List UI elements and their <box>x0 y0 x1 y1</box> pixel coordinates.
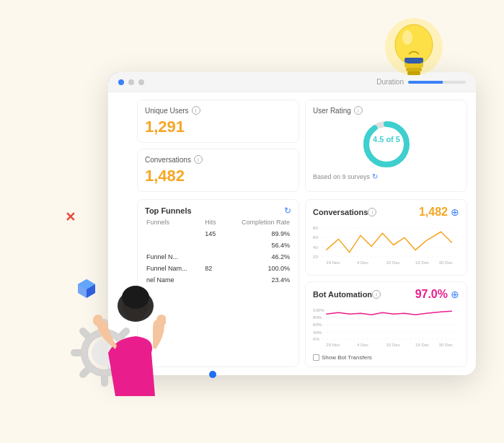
user-rating-label: User Rating <box>313 107 351 115</box>
svg-text:30 Dec: 30 Dec <box>439 260 453 265</box>
rating-refresh-icon[interactable]: ↻ <box>372 172 378 180</box>
show-transfers-checkbox[interactable] <box>313 354 319 361</box>
funnel-hits-cell <box>205 252 221 262</box>
conversations-chart-value: 1,482 <box>419 206 448 219</box>
header-dot-gray2 <box>138 79 144 85</box>
user-rating-label-row: User Rating i <box>313 106 363 115</box>
svg-point-44 <box>402 30 412 45</box>
funnel-rate-cell: 89.9% <box>222 229 290 239</box>
svg-point-53 <box>93 315 103 326</box>
funnels-refresh-icon[interactable]: ↻ <box>284 206 291 216</box>
table-row: 145 89.9% <box>146 229 290 239</box>
funnel-hits-cell <box>205 275 221 285</box>
svg-text:16 Dec: 16 Dec <box>415 342 429 347</box>
conversations-info-icon[interactable]: i <box>194 155 203 164</box>
svg-text:80: 80 <box>313 225 318 230</box>
funnel-name-cell: Funnel N... <box>146 252 203 262</box>
donut-container: 4.5 of 5 <box>313 119 459 170</box>
svg-text:16 Dec: 16 Dec <box>415 260 429 265</box>
right-charts-column: Conversations i 1,482 ⊕ 80 60 40 20 <box>305 199 467 367</box>
funnels-col-rate: Completion Rate <box>222 217 290 227</box>
table-row: nel Name 23.4% <box>146 275 290 285</box>
funnel-rate-cell: 46.2% <box>222 252 290 262</box>
unique-users-box: Unique Users i 1,291 <box>137 100 299 143</box>
svg-text:40%: 40% <box>313 330 322 335</box>
conversations-value: 1,482 <box>145 167 291 185</box>
funnel-rate-cell: 23.4% <box>222 275 290 285</box>
bot-automation-value: 97.0% <box>415 288 448 301</box>
header-dot-gray1 <box>128 79 134 85</box>
svg-text:80%: 80% <box>313 315 322 320</box>
user-rating-box: User Rating i 4.5 of 5 Based on 9 survey… <box>305 100 467 192</box>
svg-text:29 Nov: 29 Nov <box>326 342 340 347</box>
metrics-grid: Unique Users i 1,291 Conversations i 1,4… <box>128 92 476 199</box>
funnel-name-cell: Funnel Nam... <box>146 263 203 273</box>
bot-chart-info-icon[interactable]: i <box>372 290 381 299</box>
table-row: Funnel Nam... 82 100.0% <box>146 263 290 273</box>
svg-rect-48 <box>404 58 423 63</box>
bulb-decoration <box>381 14 446 94</box>
bot-automation-box: Bot Automation i 97.0% ⊕ 100% 80% 60% 40… <box>305 281 467 367</box>
funnel-hits-cell: 82 <box>205 263 221 273</box>
conv-chart-info-icon[interactable]: i <box>368 208 376 216</box>
funnels-title: Top Funnels <box>145 206 192 215</box>
funnels-col-hits: Hits <box>205 217 221 227</box>
funnels-table: Funnels Hits Completion Rate 145 89.9% 5… <box>145 216 291 286</box>
bot-chart-arrow-icon[interactable]: ⊕ <box>451 289 459 300</box>
funnels-col-funnels: Funnels <box>146 217 203 227</box>
svg-rect-46 <box>406 68 422 71</box>
person-decoration <box>87 284 166 400</box>
conversations-chart-label: Conversations <box>313 208 368 216</box>
funnels-header: Top Funnels ↻ <box>145 206 291 216</box>
bottom-panels: Top Funnels ↻ Funnels Hits Completion Ra… <box>128 199 476 374</box>
unique-users-label: Unique Users <box>145 107 189 115</box>
svg-text:0%: 0% <box>313 336 319 341</box>
svg-text:60%: 60% <box>313 322 322 327</box>
show-bot-transfers-row: Show Bot Transfers <box>313 354 459 361</box>
svg-point-1 <box>366 124 407 165</box>
svg-text:60: 60 <box>313 234 318 240</box>
unique-users-info-icon[interactable]: i <box>192 106 200 115</box>
svg-text:4.5 of 5: 4.5 of 5 <box>373 135 400 144</box>
svg-text:29 Nov: 29 Nov <box>326 260 340 265</box>
svg-text:10 Dec: 10 Dec <box>386 342 400 347</box>
unique-users-value: 1,291 <box>145 118 291 136</box>
show-transfers-label: Show Bot Transfers <box>322 354 372 361</box>
bot-chart-label: Bot Automation <box>313 290 372 299</box>
svg-text:40: 40 <box>313 245 318 250</box>
conversations-metric-box: Conversations i 1,482 <box>137 149 299 192</box>
x-decoration: ✕ <box>65 209 76 225</box>
header-dot-blue <box>118 79 124 85</box>
bot-line-chart: 100% 80% 60% 40% 0% 29 Nov 4 Dec 10 Dec … <box>313 305 459 348</box>
conversations-line-chart: 80 60 40 20 29 Nov 4 Dec 10 Dec 16 Dec 3… <box>313 223 459 266</box>
funnel-hits-cell: 145 <box>205 229 221 239</box>
svg-text:10 Dec: 10 Dec <box>386 260 400 265</box>
svg-text:4 Dec: 4 Dec <box>357 342 368 347</box>
svg-point-52 <box>118 290 154 322</box>
funnel-name-cell: nel Name <box>146 275 203 285</box>
funnel-name-cell <box>146 229 203 239</box>
funnel-rate-cell: 100.0% <box>222 263 290 273</box>
conv-chart-arrow-icon[interactable]: ⊕ <box>451 206 459 218</box>
rating-sub-label: Based on 9 surveys <box>313 173 370 180</box>
svg-text:4 Dec: 4 Dec <box>357 260 368 265</box>
conversations-label: Conversations <box>145 156 191 164</box>
blue-dot-decoration <box>209 371 216 378</box>
svg-rect-47 <box>407 71 420 75</box>
svg-text:100%: 100% <box>313 307 324 312</box>
rating-donut-chart: 4.5 of 5 <box>361 119 412 170</box>
table-row: Funnel N... 46.2% <box>146 252 290 262</box>
bot-chart-header: Bot Automation i 97.0% ⊕ <box>313 288 459 301</box>
conversations-label-row: Conversations i <box>145 155 291 164</box>
table-row: 56.4% <box>146 240 290 250</box>
funnel-hits-cell <box>205 240 221 250</box>
funnel-name-cell <box>146 240 203 250</box>
conversations-chart-box: Conversations i 1,482 ⊕ 80 60 40 20 <box>305 199 467 276</box>
rating-sub-text: Based on 9 surveys ↻ <box>313 172 378 180</box>
svg-text:20: 20 <box>313 254 318 259</box>
user-rating-info-icon[interactable]: i <box>354 106 363 115</box>
conversations-chart-header: Conversations i 1,482 ⊕ <box>313 206 459 219</box>
unique-users-label-row: Unique Users i <box>145 106 291 115</box>
funnel-rate-cell: 56.4% <box>222 240 290 250</box>
svg-text:30 Dec: 30 Dec <box>439 342 453 347</box>
